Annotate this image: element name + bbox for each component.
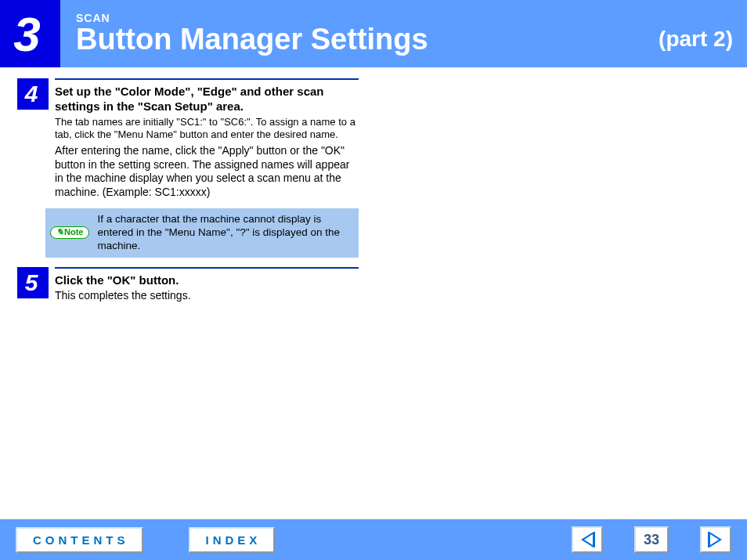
step-title: Set up the "Color Mode", "Edge" and othe…: [55, 85, 359, 114]
step-4: 4 Set up the "Color Mode", "Edge" and ot…: [17, 78, 359, 202]
triangle-right-icon: [709, 532, 722, 547]
page-title: Button Manager Settings: [76, 24, 747, 56]
footer-bar: CONTENTS INDEX 33: [0, 519, 747, 560]
step-title: Click the "OK" button.: [55, 273, 359, 288]
contents-button[interactable]: CONTENTS: [16, 527, 143, 553]
step-number: 4: [17, 78, 49, 110]
step-number: 5: [17, 267, 49, 298]
step-paragraph: After entering the name, click the "Appl…: [55, 144, 359, 199]
note-label: Note: [64, 227, 83, 238]
step-body: Set up the "Color Mode", "Edge" and othe…: [55, 78, 359, 202]
next-page-button[interactable]: [700, 526, 731, 553]
page-number: 33: [634, 526, 669, 553]
note-pill: ✎Note: [50, 226, 89, 239]
note-text: If a character that the machine cannot d…: [97, 213, 351, 253]
header-titles: SCAN Button Manager Settings: [76, 12, 747, 56]
content-area: 4 Set up the "Color Mode", "Edge" and ot…: [0, 67, 376, 320]
chapter-number: 3: [0, 0, 60, 67]
step-subtext: The tab names are initially "SC1:" to "S…: [55, 116, 359, 142]
note-box: ✎Note If a character that the machine ca…: [45, 208, 359, 258]
triangle-left-icon: [581, 532, 594, 547]
part-label: (part 2): [659, 27, 733, 52]
page-header: 3 SCAN Button Manager Settings (part 2): [0, 0, 747, 67]
pencil-icon: ✎: [56, 227, 63, 238]
prev-page-button[interactable]: [572, 526, 603, 553]
index-button[interactable]: INDEX: [189, 527, 276, 553]
step-5: 5 Click the "OK" button. This completes …: [17, 267, 359, 306]
step-subtext: This completes the settings.: [55, 289, 359, 303]
step-body: Click the "OK" button. This completes th…: [55, 267, 359, 306]
